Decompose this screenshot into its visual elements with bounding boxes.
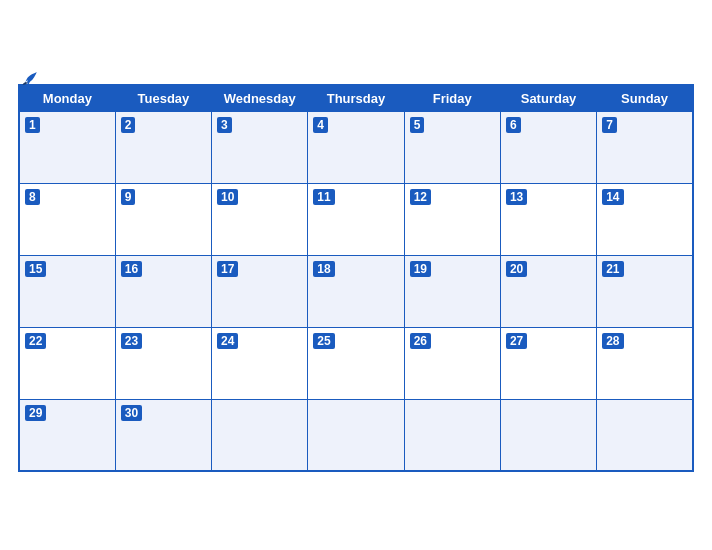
day-number-7: 7 — [602, 117, 617, 133]
day-number-10: 10 — [217, 189, 238, 205]
calendar-header — [18, 70, 694, 78]
calendar-container: MondayTuesdayWednesdayThursdayFridaySatu… — [0, 60, 712, 491]
day-number-9: 9 — [121, 189, 136, 205]
day-cell-6: 6 — [500, 111, 596, 183]
day-cell-3: 3 — [212, 111, 308, 183]
day-number-27: 27 — [506, 333, 527, 349]
day-number-30: 30 — [121, 405, 142, 421]
day-number-20: 20 — [506, 261, 527, 277]
day-cell-27: 27 — [500, 327, 596, 399]
empty-cell — [597, 399, 693, 471]
day-number-29: 29 — [25, 405, 46, 421]
week-row-1: 1234567 — [19, 111, 693, 183]
day-cell-20: 20 — [500, 255, 596, 327]
day-number-24: 24 — [217, 333, 238, 349]
day-number-18: 18 — [313, 261, 334, 277]
day-cell-29: 29 — [19, 399, 115, 471]
day-number-3: 3 — [217, 117, 232, 133]
day-cell-12: 12 — [404, 183, 500, 255]
day-cell-11: 11 — [308, 183, 404, 255]
weekday-header-saturday: Saturday — [500, 85, 596, 112]
day-cell-18: 18 — [308, 255, 404, 327]
day-number-19: 19 — [410, 261, 431, 277]
day-number-16: 16 — [121, 261, 142, 277]
logo-bird-icon — [21, 70, 39, 88]
day-cell-30: 30 — [115, 399, 211, 471]
day-number-15: 15 — [25, 261, 46, 277]
day-number-17: 17 — [217, 261, 238, 277]
day-number-21: 21 — [602, 261, 623, 277]
day-number-23: 23 — [121, 333, 142, 349]
weekday-header-thursday: Thursday — [308, 85, 404, 112]
day-cell-26: 26 — [404, 327, 500, 399]
day-number-22: 22 — [25, 333, 46, 349]
day-cell-23: 23 — [115, 327, 211, 399]
day-cell-15: 15 — [19, 255, 115, 327]
empty-cell — [404, 399, 500, 471]
day-cell-1: 1 — [19, 111, 115, 183]
calendar-table: MondayTuesdayWednesdayThursdayFridaySatu… — [18, 84, 694, 473]
day-cell-9: 9 — [115, 183, 211, 255]
day-cell-28: 28 — [597, 327, 693, 399]
weekday-header-row: MondayTuesdayWednesdayThursdayFridaySatu… — [19, 85, 693, 112]
day-number-11: 11 — [313, 189, 334, 205]
weekday-header-tuesday: Tuesday — [115, 85, 211, 112]
day-cell-8: 8 — [19, 183, 115, 255]
calendar-thead: MondayTuesdayWednesdayThursdayFridaySatu… — [19, 85, 693, 112]
day-number-2: 2 — [121, 117, 136, 133]
weekday-header-wednesday: Wednesday — [212, 85, 308, 112]
day-number-5: 5 — [410, 117, 425, 133]
day-number-4: 4 — [313, 117, 328, 133]
empty-cell — [500, 399, 596, 471]
week-row-3: 15161718192021 — [19, 255, 693, 327]
day-number-6: 6 — [506, 117, 521, 133]
day-cell-10: 10 — [212, 183, 308, 255]
day-cell-22: 22 — [19, 327, 115, 399]
day-cell-16: 16 — [115, 255, 211, 327]
day-cell-17: 17 — [212, 255, 308, 327]
day-cell-13: 13 — [500, 183, 596, 255]
day-cell-21: 21 — [597, 255, 693, 327]
day-number-12: 12 — [410, 189, 431, 205]
empty-cell — [308, 399, 404, 471]
day-number-25: 25 — [313, 333, 334, 349]
week-row-5: 2930 — [19, 399, 693, 471]
week-row-4: 22232425262728 — [19, 327, 693, 399]
weekday-header-monday: Monday — [19, 85, 115, 112]
day-cell-2: 2 — [115, 111, 211, 183]
day-cell-5: 5 — [404, 111, 500, 183]
day-number-28: 28 — [602, 333, 623, 349]
empty-cell — [212, 399, 308, 471]
logo-area — [18, 70, 39, 88]
day-cell-4: 4 — [308, 111, 404, 183]
day-cell-14: 14 — [597, 183, 693, 255]
day-cell-19: 19 — [404, 255, 500, 327]
day-number-8: 8 — [25, 189, 40, 205]
day-cell-25: 25 — [308, 327, 404, 399]
day-cell-24: 24 — [212, 327, 308, 399]
day-number-14: 14 — [602, 189, 623, 205]
weekday-header-friday: Friday — [404, 85, 500, 112]
weekday-header-sunday: Sunday — [597, 85, 693, 112]
day-number-1: 1 — [25, 117, 40, 133]
calendar-tbody: 1234567891011121314151617181920212223242… — [19, 111, 693, 471]
week-row-2: 891011121314 — [19, 183, 693, 255]
day-cell-7: 7 — [597, 111, 693, 183]
day-number-13: 13 — [506, 189, 527, 205]
day-number-26: 26 — [410, 333, 431, 349]
